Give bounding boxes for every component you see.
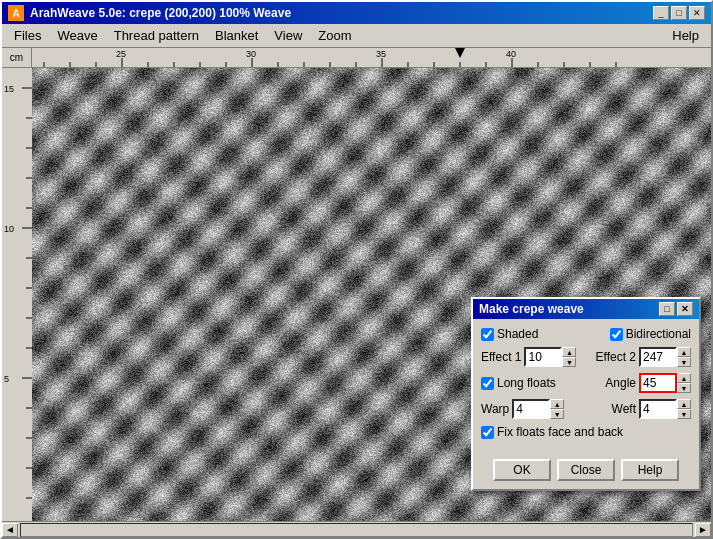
ok-button[interactable]: OK [493, 459, 551, 481]
effect2-spin-down[interactable]: ▼ [677, 357, 691, 367]
scrollbar-horizontal[interactable]: ◄ ► [2, 521, 711, 537]
shaded-checkbox[interactable] [481, 328, 494, 341]
dialog-title-bar: Make crepe weave □ ✕ [473, 299, 699, 319]
close-button[interactable]: ✕ [689, 6, 705, 20]
effect2-spinbox: ▲ ▼ [639, 347, 691, 367]
menu-blanket[interactable]: Blanket [207, 26, 266, 45]
row-shaded-bidirectional: Shaded Bidirectional [481, 327, 691, 341]
menu-files[interactable]: Files [6, 26, 49, 45]
row-fix-floats: Fix floats face and back [481, 425, 691, 439]
warp-input[interactable] [512, 399, 550, 419]
shaded-checkbox-label[interactable]: Shaded [481, 327, 538, 341]
warp-spin-buttons: ▲ ▼ [550, 399, 564, 419]
menu-thread-pattern[interactable]: Thread pattern [106, 26, 207, 45]
effect2-group: Effect 2 ▲ ▼ [596, 347, 691, 367]
minimize-button[interactable]: _ [653, 6, 669, 20]
main-canvas: Make crepe weave □ ✕ Shaded [32, 68, 711, 521]
menu-zoom[interactable]: Zoom [310, 26, 359, 45]
effect1-input[interactable] [524, 347, 562, 367]
effect1-label: Effect 1 [481, 350, 521, 364]
ruler-v-canvas [2, 68, 32, 521]
angle-input[interactable] [639, 373, 677, 393]
menu-help[interactable]: Help [664, 26, 707, 45]
dialog-title-text: Make crepe weave [479, 302, 584, 316]
dialog-minimize-button[interactable]: □ [659, 302, 675, 316]
weft-input[interactable] [639, 399, 677, 419]
warp-spin-up[interactable]: ▲ [550, 399, 564, 409]
warp-spinbox: ▲ ▼ [512, 399, 564, 419]
shaded-label: Shaded [497, 327, 538, 341]
scrollbar-track[interactable] [20, 523, 693, 537]
effect1-group: Effect 1 ▲ ▼ [481, 347, 576, 367]
effect1-spin-down[interactable]: ▼ [562, 357, 576, 367]
bidirectional-checkbox[interactable] [610, 328, 623, 341]
warp-spin-down[interactable]: ▼ [550, 409, 564, 419]
weft-group: Weft ▲ ▼ [612, 399, 691, 419]
angle-group: Angle ▲ ▼ [605, 373, 691, 393]
scroll-left-btn[interactable]: ◄ [2, 523, 18, 537]
angle-spin-down[interactable]: ▼ [677, 383, 691, 393]
menu-view[interactable]: View [266, 26, 310, 45]
long-floats-checkbox[interactable] [481, 377, 494, 390]
effect2-label: Effect 2 [596, 350, 636, 364]
warp-group: Warp ▲ ▼ [481, 399, 564, 419]
angle-label: Angle [605, 376, 636, 390]
bidirectional-checkbox-label[interactable]: Bidirectional [610, 327, 691, 341]
make-crepe-weave-dialog: Make crepe weave □ ✕ Shaded [471, 297, 701, 491]
app-icon: A [8, 5, 24, 21]
dialog-buttons: OK Close Help [473, 453, 699, 489]
window-title: ArahWeave 5.0e: crepe (200,200) 100% Wea… [30, 6, 291, 20]
content-area: Make crepe weave □ ✕ Shaded [2, 68, 711, 521]
menubar: Files Weave Thread pattern Blanket View … [2, 24, 711, 48]
close-button-dialog[interactable]: Close [557, 459, 615, 481]
warp-label: Warp [481, 402, 509, 416]
row-effects: Effect 1 ▲ ▼ Effect 2 [481, 347, 691, 367]
fix-floats-checkbox[interactable] [481, 426, 494, 439]
weft-spin-buttons: ▲ ▼ [677, 399, 691, 419]
bidirectional-label: Bidirectional [626, 327, 691, 341]
ruler-corner: cm [2, 48, 32, 68]
title-buttons: _ □ ✕ [653, 6, 705, 20]
angle-spin-buttons: ▲ ▼ [677, 373, 691, 393]
fix-floats-label: Fix floats face and back [497, 425, 623, 439]
angle-spinbox: ▲ ▼ [639, 373, 691, 393]
weft-spinbox: ▲ ▼ [639, 399, 691, 419]
title-bar: A ArahWeave 5.0e: crepe (200,200) 100% W… [2, 2, 711, 24]
ruler-vertical [2, 68, 32, 521]
effect2-input[interactable] [639, 347, 677, 367]
dialog-content: Shaded Bidirectional Effect 1 [473, 319, 699, 453]
effect1-spin-up[interactable]: ▲ [562, 347, 576, 357]
menu-weave[interactable]: Weave [49, 26, 105, 45]
row-warp-weft: Warp ▲ ▼ Weft [481, 399, 691, 419]
effect2-spin-buttons: ▲ ▼ [677, 347, 691, 367]
effect2-spin-up[interactable]: ▲ [677, 347, 691, 357]
scroll-right-btn[interactable]: ► [695, 523, 711, 537]
help-button[interactable]: Help [621, 459, 679, 481]
ruler-horizontal [32, 48, 711, 68]
maximize-button[interactable]: □ [671, 6, 687, 20]
ruler-area: cm [2, 48, 711, 68]
long-floats-label: Long floats [497, 376, 556, 390]
long-floats-checkbox-label[interactable]: Long floats [481, 376, 556, 390]
dialog-close-button[interactable]: ✕ [677, 302, 693, 316]
dialog-title-buttons: □ ✕ [659, 302, 693, 316]
title-bar-left: A ArahWeave 5.0e: crepe (200,200) 100% W… [8, 5, 291, 21]
effect1-spin-buttons: ▲ ▼ [562, 347, 576, 367]
weft-label: Weft [612, 402, 636, 416]
fix-floats-checkbox-label[interactable]: Fix floats face and back [481, 425, 623, 439]
weft-spin-down[interactable]: ▼ [677, 409, 691, 419]
angle-spin-up[interactable]: ▲ [677, 373, 691, 383]
ruler-h-canvas [32, 48, 711, 68]
weft-spin-up[interactable]: ▲ [677, 399, 691, 409]
main-window: A ArahWeave 5.0e: crepe (200,200) 100% W… [0, 0, 713, 539]
row-longfloats-angle: Long floats Angle ▲ ▼ [481, 373, 691, 393]
effect1-spinbox: ▲ ▼ [524, 347, 576, 367]
